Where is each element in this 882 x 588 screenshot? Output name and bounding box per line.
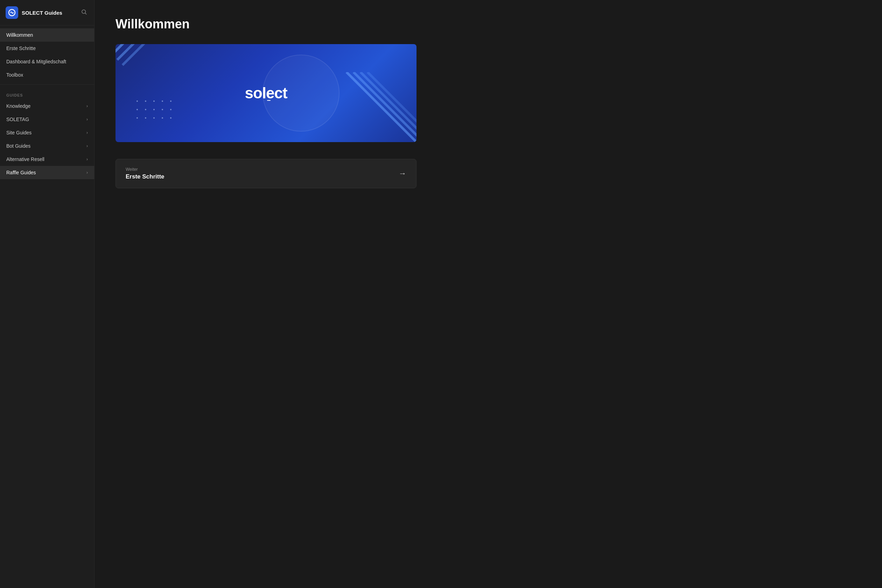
app-title: SOLECT Guides xyxy=(22,10,62,16)
hero-banner: solect xyxy=(116,44,417,142)
sidebar-item-site-guides[interactable]: Site Guides › xyxy=(0,126,94,139)
chevron-right-icon: › xyxy=(87,104,88,108)
search-icon[interactable] xyxy=(80,8,88,18)
sidebar-item-soletag[interactable]: SOLETAG › xyxy=(0,113,94,126)
chevron-right-icon: › xyxy=(87,144,88,148)
chevron-right-icon: › xyxy=(87,130,88,135)
sidebar-divider xyxy=(0,84,94,85)
next-arrow-icon: → xyxy=(399,169,406,178)
hero-logo-text: solect xyxy=(244,84,287,102)
sidebar-item-raffle-guides[interactable]: Raffle Guides › xyxy=(0,166,94,179)
next-card-label: Weiter xyxy=(126,167,165,172)
sidebar-item-dashboard[interactable]: Dashboard & Mitgliedschaft xyxy=(0,55,94,68)
sidebar-header: SOLECT Guides xyxy=(0,0,94,26)
svg-line-9 xyxy=(368,72,417,142)
logo-area: SOLECT Guides xyxy=(6,6,62,19)
bottomright-stripes xyxy=(339,72,417,142)
svg-line-6 xyxy=(346,72,417,142)
next-card-title: Erste Schritte xyxy=(126,173,165,180)
hero-banner-inner: solect xyxy=(116,44,417,142)
svg-point-1 xyxy=(82,10,86,14)
next-card-content: Weiter Erste Schritte xyxy=(126,167,165,180)
sidebar-item-knowledge[interactable]: Knowledge › xyxy=(0,99,94,113)
app-logo-icon xyxy=(6,6,18,19)
svg-line-5 xyxy=(123,44,147,65)
sidebar-item-erste-schritte[interactable]: Erste Schritte xyxy=(0,42,94,55)
chevron-right-icon: › xyxy=(87,117,88,122)
sidebar-item-bot-guides[interactable]: Bot Guides › xyxy=(0,139,94,153)
dots-grid xyxy=(136,100,176,123)
sidebar-item-toolbox[interactable]: Toolbox xyxy=(0,68,94,81)
page-title: Willkommen xyxy=(116,17,861,32)
chevron-right-icon: › xyxy=(87,157,88,162)
sidebar-nav: Willkommen Erste Schritte Dashboard & Mi… xyxy=(0,26,94,182)
sidebar: SOLECT Guides Willkommen Erste Schritte … xyxy=(0,0,94,588)
main-content: Willkommen xyxy=(94,0,882,588)
sidebar-item-alternative-resell[interactable]: Alternative Resell › xyxy=(0,153,94,166)
next-card[interactable]: Weiter Erste Schritte → xyxy=(116,159,417,188)
sidebar-item-willkommen[interactable]: Willkommen xyxy=(0,28,94,42)
guides-section-label: GUIDES xyxy=(0,87,94,99)
svg-line-2 xyxy=(85,13,86,14)
topleft-stripes xyxy=(116,44,147,76)
chevron-right-icon: › xyxy=(87,170,88,175)
